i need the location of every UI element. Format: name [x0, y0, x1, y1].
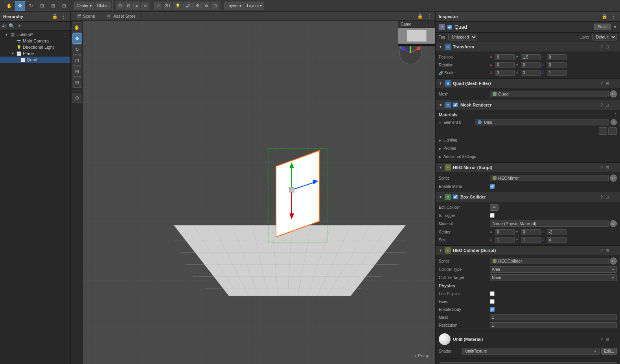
restitution-input[interactable] — [490, 322, 617, 328]
heo-mirror-settings-btn[interactable]: ⊟ — [605, 165, 610, 170]
hierarchy-search-btn[interactable]: 🔍 — [7, 23, 16, 29]
hierarchy-more-btn[interactable]: ⋮ — [60, 13, 67, 20]
mesh-filter-settings-btn[interactable]: ⊟ — [605, 81, 610, 86]
is-trigger-checkbox[interactable] — [490, 213, 495, 218]
collider-target-dropdown[interactable]: None ▼ — [490, 274, 617, 281]
hierarchy-item-untitled[interactable]: ▼ 🎬 Untitled* ⋮ — [0, 31, 70, 38]
center-y-input[interactable] — [521, 229, 541, 235]
mass-input[interactable] — [490, 314, 617, 320]
light-toggle-btn[interactable]: 💡 — [173, 2, 182, 10]
position-y-input[interactable] — [521, 54, 541, 60]
center-x-input[interactable] — [495, 229, 515, 235]
heo-mirror-more-btn[interactable]: ⋮ — [611, 165, 617, 170]
lighting-toggle[interactable]: ▶ Lighting — [439, 137, 617, 143]
scale-tool-btn[interactable]: ⊡ — [37, 1, 47, 11]
probes-toggle[interactable]: ▶ Probes — [439, 145, 617, 151]
mat-minus-btn[interactable]: − — [608, 127, 617, 135]
move-tool-btn[interactable]: ✥ — [15, 1, 25, 11]
scene-move-btn[interactable]: ✥ — [72, 33, 82, 44]
mesh-select-btn[interactable]: ⊙ — [610, 90, 617, 97]
transform-header[interactable]: ▼ ⊞ Transform ? ⊟ ⋮ — [436, 42, 620, 51]
shader-value-dropdown[interactable]: Unlit/Texture ▼ — [462, 348, 600, 355]
hierarchy-item-directional-light[interactable]: 💡 Directional Light — [0, 44, 70, 50]
scale-y-input[interactable] — [521, 70, 541, 76]
mesh-renderer-more-btn[interactable]: ⋮ — [611, 103, 617, 108]
pivot-btn[interactable]: Center ▾ — [74, 2, 94, 10]
hierarchy-item-plane[interactable]: ▼ ⬜ Plane — [0, 50, 70, 57]
unlit-material-settings-btn[interactable]: ⊟ — [605, 337, 610, 342]
unlit-material-help-btn[interactable]: ? — [600, 337, 603, 342]
mesh-renderer-header[interactable]: ▼ ⊞ Mesh Renderer ? ⊟ ⋮ — [436, 100, 620, 110]
heo-collider-script-select-btn[interactable]: ⊙ — [610, 257, 617, 265]
audio-toggle-btn[interactable]: 🔊 — [183, 2, 193, 10]
static-btn[interactable]: Static — [594, 24, 611, 30]
scene-rotate-btn[interactable]: ↻ — [72, 44, 82, 55]
add-component-btn[interactable]: Add Component — [439, 362, 617, 364]
scene-custom-btn[interactable]: ⊕ — [72, 93, 82, 103]
box-collider-settings-btn[interactable]: ⊟ — [605, 195, 610, 200]
heo-mirror-header[interactable]: ▼ # HEO Mirror (Script) ? ⊟ ⋮ — [436, 163, 620, 172]
mesh-filter-header[interactable]: ▼ ⊟ Quad (Mesh Filter) ? ⊟ ⋮ — [436, 79, 620, 88]
enable-mirror-checkbox[interactable] — [490, 184, 495, 189]
rotate-tool-btn[interactable]: ↻ — [26, 1, 36, 11]
position-x-input[interactable] — [495, 54, 515, 60]
snap-btn[interactable]: ⊞ — [116, 2, 124, 10]
sphere-btn[interactable]: ⊙ — [154, 2, 162, 10]
scale-x-input[interactable] — [495, 70, 515, 76]
static-dropdown-arrow[interactable]: ▼ — [613, 25, 617, 29]
rotation-z-input[interactable] — [547, 62, 567, 68]
tag-select[interactable]: Untagged — [448, 34, 477, 40]
scene-more-btn[interactable]: ⋮ — [426, 13, 433, 19]
box-collider-help-btn[interactable]: ? — [600, 195, 603, 200]
viewport[interactable]: X Y Z < Persp Game ⋮ — [83, 21, 435, 364]
rotation-y-input[interactable] — [521, 62, 541, 68]
collider-material-select-btn[interactable]: ⊙ — [610, 220, 617, 227]
transform-settings-btn[interactable]: ⊟ — [605, 44, 610, 50]
collider-type-dropdown[interactable]: Area ▼ — [490, 266, 617, 273]
heo-collider-header[interactable]: ▼ # HEO Collider (Script) ? ⊟ ⋮ — [436, 246, 620, 255]
inspector-more-btn[interactable]: ⋮ — [610, 13, 617, 20]
tab-asset-store[interactable]: 🛒 Asset Store — [101, 12, 142, 20]
edit-collider-btn[interactable]: ✏ — [490, 204, 499, 211]
shader-edit-btn[interactable]: Edit... — [601, 348, 617, 355]
heo-collider-help-btn[interactable]: ? — [600, 248, 603, 253]
heo-mirror-help-btn[interactable]: ? — [600, 165, 603, 170]
hierarchy-item-main-camera[interactable]: 📷 Main Camera — [0, 38, 70, 44]
size-x-input[interactable] — [495, 237, 515, 243]
gizmo-btn[interactable]: ⊛ — [202, 2, 210, 10]
fx-btn[interactable]: ⚙ — [193, 2, 202, 10]
transform-help-btn[interactable]: ? — [600, 44, 603, 50]
mat-add-btn[interactable]: + — [599, 127, 607, 135]
hierarchy-item-quad[interactable]: ⬜ Quad — [0, 57, 70, 63]
element-0-select-btn[interactable]: ⊙ — [611, 119, 617, 125]
scene-lock-btn[interactable]: 🔒 — [416, 13, 424, 19]
heo-collider-settings-btn[interactable]: ⊟ — [605, 248, 610, 253]
tab-scene[interactable]: 🎬 Scene — [71, 12, 101, 20]
size-z-input[interactable] — [547, 237, 567, 243]
box-collider-header[interactable]: ▼ ⊟ Box Collider ? ⊟ ⋮ — [436, 192, 620, 202]
additional-settings-toggle[interactable]: ▶ Additional Settings — [439, 154, 617, 160]
enable-body-checkbox[interactable] — [490, 307, 495, 312]
heo-mirror-script-select-btn[interactable]: ⊙ — [610, 175, 617, 182]
snap2-btn[interactable]: ⊟ — [125, 2, 132, 10]
mesh-renderer-help-btn[interactable]: ? — [600, 103, 603, 108]
scale-z-input[interactable] — [547, 70, 567, 76]
snap4-btn[interactable]: ⊕ — [141, 2, 149, 10]
box-collider-more-btn[interactable]: ⋮ — [611, 195, 617, 200]
mesh-renderer-enabled-checkbox[interactable] — [453, 103, 458, 107]
mesh-filter-help-btn[interactable]: ? — [600, 81, 603, 86]
all-transform-tool-btn[interactable]: ⊟ — [59, 1, 69, 11]
layout-btn[interactable]: Layout ▾ — [245, 2, 264, 10]
unlit-material-more-btn[interactable]: ⋮ — [611, 337, 617, 342]
inspector-lock-btn[interactable]: 🔒 — [600, 13, 609, 20]
gizmo2-btn[interactable]: ⊡ — [211, 2, 219, 10]
scene-hand-btn[interactable]: ✋ — [72, 22, 82, 33]
rect-tool-btn[interactable]: ⊞ — [48, 1, 58, 11]
transform-more-btn[interactable]: ⋮ — [611, 44, 617, 50]
mesh-renderer-settings-btn[interactable]: ⊟ — [605, 103, 610, 108]
hierarchy-add-btn[interactable]: + — [17, 23, 22, 29]
scene-scale-btn[interactable]: ⊡ — [72, 55, 82, 66]
hierarchy-lock-btn[interactable]: 🔒 — [51, 13, 59, 20]
hand-tool-btn[interactable]: ✋ — [4, 1, 14, 11]
use-physics-checkbox[interactable] — [490, 291, 495, 296]
